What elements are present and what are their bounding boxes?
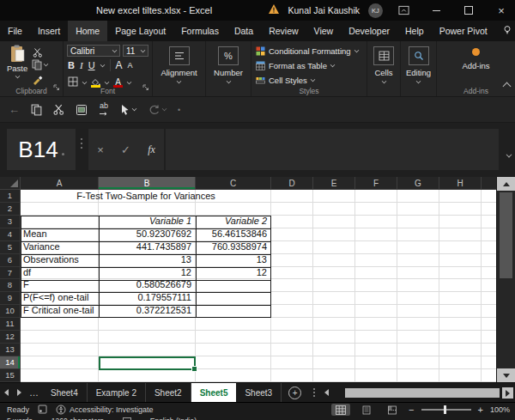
cell-G5[interactable] bbox=[397, 241, 439, 254]
normal-view-icon[interactable] bbox=[331, 404, 350, 416]
col-header-G[interactable]: G bbox=[397, 177, 439, 190]
cell-G9[interactable] bbox=[397, 292, 439, 305]
cell-G3[interactable] bbox=[397, 216, 439, 228]
cell-C4[interactable]: 56.46153846 bbox=[196, 228, 271, 241]
account-name[interactable]: Kunal Jai Kaushik bbox=[288, 5, 360, 15]
page-break-view-icon[interactable] bbox=[383, 404, 402, 416]
row-header-15[interactable]: 15 bbox=[0, 369, 21, 382]
cell-A4[interactable]: Mean bbox=[21, 228, 99, 241]
zoom-slider-handle[interactable] bbox=[444, 405, 446, 414]
cell-B2[interactable] bbox=[99, 203, 196, 216]
cell-G14[interactable] bbox=[397, 356, 439, 369]
cell-E11[interactable] bbox=[313, 318, 355, 331]
font-color-button[interactable]: A bbox=[113, 78, 123, 88]
cell-B7[interactable]: 12 bbox=[99, 267, 196, 280]
cell-styles-button[interactable]: Cell Styles bbox=[256, 74, 359, 87]
cell-B8[interactable]: 0.580526679 bbox=[99, 279, 196, 292]
cell-G10[interactable] bbox=[397, 305, 439, 318]
maximize-button[interactable] bbox=[457, 0, 481, 21]
col-header-E[interactable]: E bbox=[313, 177, 355, 190]
cells-button[interactable]: Cells bbox=[367, 46, 400, 83]
sheet-tab-sheet5[interactable]: Sheet5 bbox=[191, 383, 237, 402]
ribbon-tab-formulas[interactable]: Formulas bbox=[173, 21, 227, 41]
cell-F14[interactable] bbox=[355, 356, 397, 369]
cell-E5[interactable] bbox=[313, 241, 355, 254]
cell-C10[interactable] bbox=[196, 305, 271, 318]
cell-G6[interactable] bbox=[397, 254, 439, 267]
row-header-10[interactable]: 10 bbox=[0, 305, 21, 318]
cell-E7[interactable] bbox=[313, 267, 355, 280]
bold-button[interactable]: B bbox=[68, 60, 75, 70]
cell-B6[interactable]: 13 bbox=[99, 254, 196, 267]
cell-C8[interactable] bbox=[196, 279, 271, 292]
cell-C9[interactable] bbox=[196, 292, 271, 305]
cell-C2[interactable] bbox=[196, 203, 271, 216]
sheet-nav-left-icon[interactable] bbox=[0, 383, 13, 402]
cell-C7[interactable]: 12 bbox=[196, 267, 271, 280]
cell-C14[interactable] bbox=[196, 356, 271, 369]
ribbon-tab-view[interactable]: View bbox=[306, 21, 342, 41]
format-as-table-button[interactable]: Format as Table bbox=[256, 59, 359, 72]
page-layout-view-icon[interactable] bbox=[357, 404, 376, 416]
cell-C11[interactable] bbox=[196, 318, 271, 331]
row-header-7[interactable]: 7 bbox=[0, 267, 21, 280]
enter-icon[interactable]: ✓ bbox=[121, 143, 130, 156]
cell-F10[interactable] bbox=[355, 305, 397, 318]
sheet-nav-more-icon[interactable]: … bbox=[26, 383, 42, 402]
qat-cut-icon[interactable] bbox=[53, 104, 64, 115]
cell-G12[interactable] bbox=[397, 331, 439, 344]
cell-E1[interactable] bbox=[313, 190, 355, 203]
qat-overflow-icon[interactable]: • bbox=[178, 106, 180, 114]
cell-E14[interactable] bbox=[313, 356, 355, 369]
nav-back-icon[interactable]: ← bbox=[9, 103, 20, 116]
row-header-8[interactable]: 8 bbox=[0, 279, 21, 292]
font-name-select[interactable]: Calibri bbox=[67, 45, 120, 57]
row-header-13[interactable]: 13 bbox=[0, 344, 21, 356]
cell-G2[interactable] bbox=[397, 203, 439, 216]
cell-F15[interactable] bbox=[355, 369, 397, 382]
cell-F3[interactable] bbox=[355, 216, 397, 228]
cell-G4[interactable] bbox=[397, 228, 439, 241]
font-size-select[interactable]: 11 bbox=[123, 45, 148, 57]
row-header-11[interactable]: 11 bbox=[0, 318, 21, 331]
zoom-slider[interactable] bbox=[421, 409, 471, 411]
ribbon-tab-review[interactable]: Review bbox=[261, 21, 306, 41]
sheet-tab-sheet4[interactable]: Sheet4 bbox=[42, 383, 88, 402]
row-header-4[interactable]: 4 bbox=[0, 228, 21, 241]
cell-H9[interactable] bbox=[439, 292, 482, 305]
cell-H15[interactable] bbox=[439, 369, 482, 382]
cell-H11[interactable] bbox=[439, 318, 482, 331]
cell-C13[interactable] bbox=[196, 344, 271, 356]
ribbon-display-options-icon[interactable] bbox=[391, 0, 415, 21]
formula-bar-expand-icon[interactable] bbox=[506, 145, 512, 161]
alignment-button[interactable]: Alignment bbox=[153, 46, 205, 83]
ribbon-tab-page-layout[interactable]: Page Layout bbox=[107, 21, 173, 41]
hscroll-left-icon[interactable] bbox=[320, 383, 333, 402]
cell-F5[interactable] bbox=[355, 241, 397, 254]
cell-F7[interactable] bbox=[355, 267, 397, 280]
underline-dropdown-icon[interactable] bbox=[100, 62, 105, 67]
cell-H6[interactable] bbox=[439, 254, 482, 267]
cell-B9[interactable]: 0.179557111 bbox=[99, 292, 196, 305]
scroll-down-icon[interactable] bbox=[497, 368, 515, 382]
borders-dropdown-icon[interactable] bbox=[82, 79, 88, 84]
cell-B3[interactable]: Variable 1 bbox=[99, 216, 196, 228]
col-header-B[interactable]: B bbox=[99, 177, 196, 190]
number-button[interactable]: % Number bbox=[206, 46, 251, 83]
cell-D11[interactable] bbox=[271, 318, 313, 331]
cell-G7[interactable] bbox=[397, 267, 439, 280]
cell-E13[interactable] bbox=[313, 344, 355, 356]
cell-H14[interactable] bbox=[439, 356, 482, 369]
qat-touch-mode-icon[interactable] bbox=[120, 104, 136, 116]
cell-A8[interactable]: F bbox=[21, 279, 99, 292]
col-header-H[interactable]: H bbox=[439, 177, 482, 190]
accessibility-status[interactable]: Accessibility: Investigate bbox=[56, 405, 154, 415]
cell-D5[interactable] bbox=[271, 241, 313, 254]
cell-A3[interactable] bbox=[21, 216, 99, 228]
cell-F4[interactable] bbox=[355, 228, 397, 241]
ribbon-tab-power-pivot[interactable]: Power Pivot bbox=[432, 21, 495, 41]
cell-D1[interactable] bbox=[271, 190, 313, 203]
cell-F8[interactable] bbox=[355, 279, 397, 292]
cell-H13[interactable] bbox=[439, 344, 482, 356]
cell-C3[interactable]: Variable 2 bbox=[196, 216, 271, 228]
